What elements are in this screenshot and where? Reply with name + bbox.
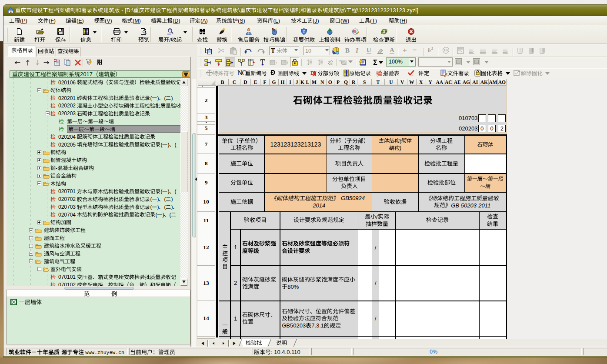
svg-text:DVD: DVD bbox=[353, 31, 356, 33]
svg-text:B: B bbox=[330, 62, 333, 65]
